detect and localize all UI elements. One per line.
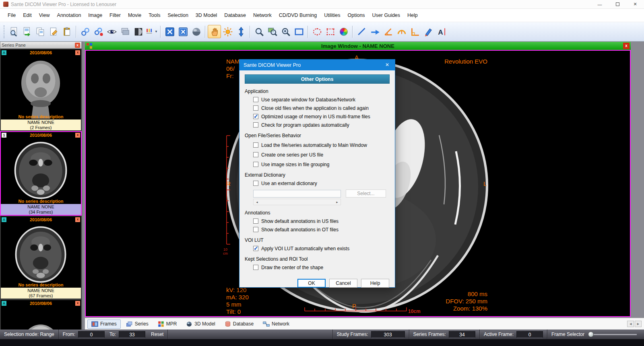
preview-document-button[interactable] [7,25,21,38]
menu-help[interactable]: Help [404,12,421,18]
link-add-button[interactable] [92,25,105,38]
tab-3d-model[interactable]: 3D Model [182,319,219,329]
menu-filter[interactable]: Filter [106,12,124,18]
zoom-in-button[interactable] [279,25,292,38]
text-tool-button[interactable]: A [435,25,448,38]
menu-database[interactable]: Database [221,12,250,18]
tab-series[interactable]: Series [122,319,153,329]
menu-3d-model[interactable]: 3D Model [192,12,221,18]
image-window-titlebar[interactable]: Image Window - NAME NONE x [85,42,631,50]
checkbox[interactable] [253,142,258,148]
series-thumbnail-3[interactable]: A 2010/08/06 x No series description NAM… [0,216,82,299]
checkbox[interactable] [253,218,258,224]
pan-hand-button[interactable] [208,25,221,38]
thumbnail-image[interactable]: No series description [1,138,81,204]
reset-button[interactable]: Reset [151,332,163,337]
minimize-icon[interactable]: — [591,0,609,8]
tab-network[interactable]: Network [259,319,293,329]
maximize-icon[interactable] [609,0,626,8]
menu-movie[interactable]: Movie [124,12,145,18]
series-thumbnail-4[interactable]: A 2010/08/06 x [0,299,82,330]
thumbnail-close-icon[interactable]: x [75,217,80,222]
checkbox-row[interactable]: Check for program updates automatically [253,122,390,128]
close-icon[interactable]: ✕ [626,0,644,8]
checkbox[interactable] [253,114,258,119]
menu-user-guides[interactable]: User Guides [369,12,404,18]
series-thumbnail-2[interactable]: 1 2010/08/06 x No series description NAM… [0,131,82,216]
series-thumbnail-1[interactable]: A 2010/08/06 x No series description NAM… [0,49,82,131]
checkbox-row[interactable]: Draw the center of the shape [253,264,390,270]
arrow-tool-button[interactable] [368,25,382,38]
angle-tool-button[interactable] [382,25,395,38]
checkbox-row[interactable]: Use an external dictionary [253,180,390,186]
thumbnail-close-icon[interactable]: x [75,301,80,306]
menu-tools[interactable]: Tools [145,12,164,18]
checkbox-row[interactable]: Show default annotations in US files [253,218,390,224]
menu-annotation[interactable]: Annotation [54,12,85,18]
checkbox-row[interactable]: Optimized usage of memory in US multi-fr… [253,113,390,119]
roi-ellipse-button[interactable] [310,25,324,38]
open-image-button[interactable] [21,25,34,38]
marker-pen-button[interactable] [421,25,435,38]
fit-window-button[interactable] [176,25,190,38]
layout-grid-icon[interactable] [87,43,92,49]
toolbar-grip[interactable] [4,25,5,38]
tab-database[interactable]: Database [221,319,258,329]
checkbox[interactable] [253,105,258,111]
fit-width-button[interactable] [163,25,176,38]
checkbox[interactable] [253,246,258,251]
image-window-close-icon[interactable]: x [623,43,630,49]
checkbox-row[interactable]: Create one series per US file [253,152,390,158]
checkbox-row[interactable]: Load the file/series automatically to Ma… [253,142,390,148]
menu-file[interactable]: File [4,12,19,18]
scroll-left-icon[interactable]: ◄ [254,201,260,204]
checkbox-row[interactable]: Show default annotations in OT files [253,227,390,233]
checkbox[interactable] [253,152,258,157]
eye-button[interactable] [105,25,118,38]
help-button[interactable]: Help [361,279,389,288]
thumbnail-close-icon[interactable]: x [75,133,80,138]
dictionary-path-input[interactable] [253,190,341,198]
slider-knob[interactable] [588,332,594,337]
color-palette-button[interactable] [337,25,350,38]
image-stack-button[interactable] [118,25,132,38]
tab-mpr[interactable]: MPR [154,319,181,329]
roi-rect-button[interactable] [324,25,337,38]
thumbnail-close-icon[interactable]: x [75,50,80,55]
arc-tool-button[interactable] [395,25,408,38]
edit-image-button[interactable] [47,25,60,38]
dialog-close-icon[interactable]: ✕ [380,60,395,70]
series-pane-close-icon[interactable]: x [75,43,80,48]
menu-view[interactable]: View [35,12,54,18]
paste-image-button[interactable] [60,25,74,38]
dictionary-select-button[interactable]: Select... [346,189,386,198]
scroll-right-icon[interactable]: ► [334,201,341,204]
link-button[interactable] [78,25,92,38]
copy-image-button[interactable] [34,25,47,38]
menu-options[interactable]: Options [344,12,369,18]
ok-button[interactable]: OK [297,279,326,288]
checkbox-row[interactable]: Close old files when the application is … [253,105,390,111]
checkbox[interactable] [253,97,258,102]
menu-utilities[interactable]: Utilities [320,12,344,18]
perpendicular-tool-button[interactable] [408,25,421,38]
tab-scroll-left-icon[interactable]: ◄ [627,321,634,327]
menu-cddvd-burning[interactable]: CD/DVD Burning [275,12,320,18]
checkbox[interactable] [253,265,258,270]
checkbox-row[interactable]: Apply VOI LUT automatically when exists [253,245,390,251]
dictionary-path-scrollbar[interactable]: ◄ ► [253,199,341,205]
brightness-button[interactable] [221,25,234,38]
checkbox-row[interactable]: Use image sizes in file grouping [253,161,390,167]
tab-scroll-right-icon[interactable]: ► [635,321,642,327]
zoom-region-button[interactable] [266,25,279,38]
zoom-button[interactable] [252,25,266,38]
thumbnail-image[interactable]: No series description [1,56,81,119]
texture-sphere-button[interactable] [190,25,203,38]
dialog-titlebar[interactable]: Sante DICOM Viewer Pro ✕ [239,60,395,70]
rect-select-button[interactable] [292,25,305,38]
checkbox[interactable] [253,181,258,186]
thumbnail-image[interactable] [1,307,81,330]
frame-selector-slider[interactable] [589,334,637,335]
checkbox[interactable] [253,122,258,128]
checkbox-row[interactable]: Use separate window for Database/Network [253,97,390,103]
